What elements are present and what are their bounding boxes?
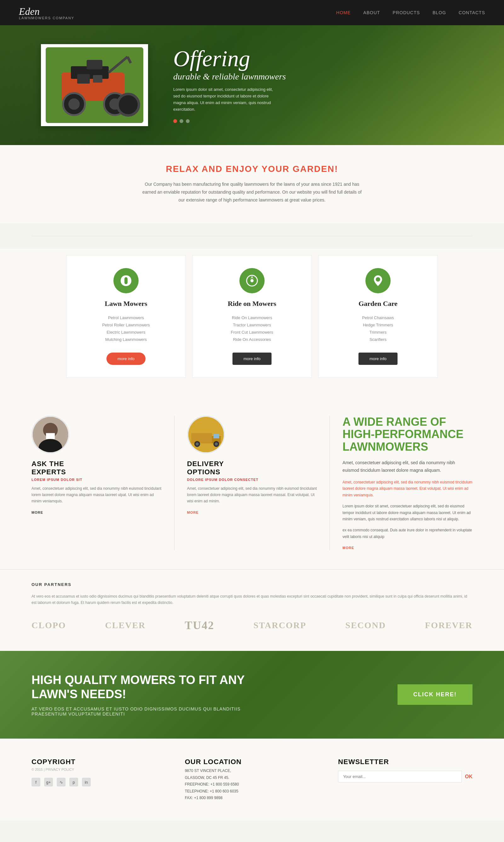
freephone-label: FREEPHONE: <box>185 782 210 787</box>
experts-more-link[interactable]: MORE <box>32 511 43 514</box>
product-list-1: Ride On Lawnmowers Tractor Lawnmowers Fr… <box>202 314 302 343</box>
list-item: Ride On Accessories <box>202 336 302 343</box>
logo: Eden LAWNMOWERS COMPANY <box>19 6 74 20</box>
product-card-garden-care: Garden Care Petrol Chainsaws Hedge Trimm… <box>318 255 438 378</box>
freephone-number: +1 800 559 6580 <box>211 782 239 787</box>
product-card-lawn-mowers: Lawn Mowers Petrol Lawnmowers Petrol Rol… <box>66 255 186 378</box>
product-list-2: Petrol Chainsaws Hedge Trimmers Trimmers… <box>328 314 428 343</box>
delivery-col: DELIVERY OPTIONS DOLORE IPSUM DOLOR CONS… <box>175 416 330 551</box>
nav-contacts[interactable]: CONTACTS <box>458 10 485 15</box>
nav-about[interactable]: ABOUT <box>363 10 380 15</box>
svg-rect-8 <box>77 74 90 84</box>
experts-body: Amet, consectetuer adipiscing elit, sed … <box>32 485 162 504</box>
cta-banner: HIGH QUALITY MOWERS TO FIT ANY LAWN'S NE… <box>0 651 504 739</box>
lawn-mowers-more-info-button[interactable]: more info <box>106 353 146 365</box>
hero-dot-1[interactable] <box>173 119 177 123</box>
product-name-2: Garden Care <box>328 299 428 308</box>
footer-location-title: OUR LOCATION <box>185 758 319 766</box>
product-list-0: Petrol Lawnmowers Petrol Roller Lawnmowe… <box>76 314 176 343</box>
nav-home[interactable]: HOME <box>336 10 350 15</box>
hero-mower-image <box>46 47 143 123</box>
social-pinterest[interactable]: p <box>69 778 78 787</box>
ride-on-more-info-button[interactable]: more info <box>232 353 272 365</box>
list-item: Petrol Lawnmowers <box>76 314 176 321</box>
nav: HOME ABOUT PRODUCTS BLOG CONTACTS <box>336 10 485 15</box>
list-item: Trimmers <box>328 329 428 336</box>
cta-title: HIGH QUALITY MOWERS TO FIT ANY LAWN'S NE… <box>32 673 252 702</box>
delivery-more-link[interactable]: MORE <box>187 511 199 514</box>
delivery-truck-image <box>188 417 224 452</box>
hero-subtitle: durable & reliable lawnmowers <box>173 72 286 82</box>
partners-title: OUR PARTNERS <box>32 582 472 587</box>
social-rss[interactable]: ∿ <box>57 778 66 787</box>
product-card-ride-on-mowers: Ride on Mowers Ride On Lawnmowers Tracto… <box>192 255 312 378</box>
partner-logo-5: FOREVER <box>425 620 472 631</box>
ask-experts-col: ASK THE EXPERTS LOREM IPSUM DOLOR SIT Am… <box>32 416 175 551</box>
relax-text: Our Company has been manufacturing fine … <box>142 181 362 204</box>
svg-rect-15 <box>46 433 55 439</box>
garden-care-more-info-button[interactable]: more info <box>358 353 398 365</box>
hero-image-container <box>41 44 148 126</box>
wide-range-body3: ex ea commodo consequat. Duis aute irure… <box>342 527 472 540</box>
svg-point-5 <box>68 98 80 110</box>
list-item: Tractor Lawnmowers <box>202 321 302 329</box>
lawn-mowers-icon <box>113 268 139 293</box>
footer-newsletter-title: NEWSLETTER <box>338 758 472 766</box>
relax-title: RELAX AND ENJOY YOUR GARDEN! <box>63 164 441 174</box>
social-google-plus[interactable]: g+ <box>44 778 53 787</box>
wide-range-col: A WIDE RANGE OF HIGH-PERFORMANCE LAWNMOW… <box>330 416 472 551</box>
delivery-heading: DELIVERY OPTIONS <box>187 460 317 476</box>
wide-range-body1: Amet, consectetuer adipiscing elit, sed … <box>342 479 472 498</box>
footer-newsletter-col: NEWSLETTER OK <box>338 758 472 802</box>
hero-dot-3[interactable] <box>186 119 190 123</box>
cta-button[interactable]: CLICK HERE! <box>398 684 472 705</box>
list-item: Hedge Trimmers <box>328 321 428 329</box>
wide-range-intro: Amet, consectetuer adipiscing elit, sed … <box>342 459 472 474</box>
telephone-label: TELEPHONE: <box>185 789 209 793</box>
partner-logo-2: TU42 <box>185 619 214 632</box>
experts-heading: ASK THE EXPERTS <box>32 460 162 476</box>
product-name-0: Lawn Mowers <box>76 299 176 308</box>
svg-point-23 <box>215 443 218 445</box>
social-facebook[interactable]: f <box>32 778 40 787</box>
newsletter-submit-button[interactable]: OK <box>465 771 472 783</box>
cta-subtitle: AT VERO EOS ET ACCUSAMUS ET IUSTO ODIO D… <box>32 706 252 717</box>
divider-1 <box>32 236 472 236</box>
cta-text-block: HIGH QUALITY MOWERS TO FIT ANY LAWN'S NE… <box>32 673 252 717</box>
newsletter-input[interactable] <box>338 771 462 783</box>
wide-range-body2: Lorem ipsum dolor sit amet, consectetuer… <box>342 503 472 522</box>
fax-number: +1 800 899 9898 <box>194 796 222 800</box>
hero-section: Offering durable & reliable lawnmowers L… <box>0 25 504 145</box>
telephone-number: +1 800 603 6035 <box>210 789 238 793</box>
wide-range-more-link[interactable]: MORE <box>342 546 354 550</box>
nav-products[interactable]: PRODUCTS <box>393 10 420 15</box>
partners-section: OUR PARTNERS At vero eos et accusamus et… <box>0 569 504 651</box>
products-section: Lawn Mowers Petrol Lawnmowers Petrol Rol… <box>0 249 504 397</box>
newsletter-row: OK <box>338 771 472 783</box>
wide-range-heading: A WIDE RANGE OF HIGH-PERFORMANCE LAWNMOW… <box>342 416 472 453</box>
footer: COPYRIGHT © 2015 | PRIVACY POLICY f g+ ∿… <box>0 739 504 821</box>
list-item: Mulching Lawnmowers <box>76 336 176 343</box>
hero-title: Offering <box>173 47 286 70</box>
expert-avatar <box>32 416 69 453</box>
hero-dot-2[interactable] <box>180 119 183 123</box>
fax-label: FAX: <box>185 796 193 800</box>
nav-blog[interactable]: BLOG <box>432 10 446 15</box>
relax-section: RELAX AND ENJOY YOUR GARDEN! Our Company… <box>0 145 504 223</box>
social-linkedin[interactable]: in <box>82 778 91 787</box>
footer-copyright-col: COPYRIGHT © 2015 | PRIVACY POLICY f g+ ∿… <box>32 758 166 802</box>
partner-logo-3: STARCORP <box>253 620 306 631</box>
address-city: GLASGOW, DC 45 FR 45. <box>185 775 229 780</box>
list-item: Petrol Chainsaws <box>328 314 428 321</box>
experts-subheading: LOREM IPSUM DOLOR SIT <box>32 478 162 482</box>
partner-logo-4: SECOND <box>345 620 386 631</box>
footer-location-col: OUR LOCATION 9870 ST VINCENT PLACE, GLAS… <box>185 758 319 802</box>
hero-text: Offering durable & reliable lawnmowers L… <box>173 47 286 123</box>
footer-copyright-sub: © 2015 | PRIVACY POLICY <box>32 768 166 771</box>
logo-text: Eden <box>19 6 40 17</box>
svg-point-11 <box>250 279 254 282</box>
header: Eden LAWNMOWERS COMPANY HOME ABOUT PRODU… <box>0 0 504 25</box>
partners-desc: At vero eos et accusamus et iusto odio d… <box>32 593 472 606</box>
experts-section: ASK THE EXPERTS LOREM IPSUM DOLOR SIT Am… <box>0 397 504 569</box>
address-line1: 9870 ST VINCENT PLACE, <box>185 769 231 773</box>
